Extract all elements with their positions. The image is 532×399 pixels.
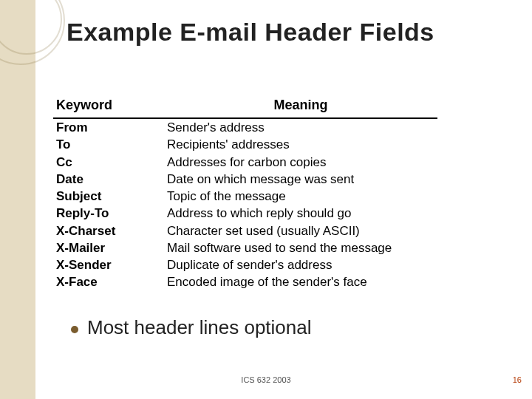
cell-keyword: X-Sender [53, 256, 164, 273]
cell-meaning: Address to which reply should go [164, 205, 437, 222]
table-row: ToRecipients' addresses [53, 136, 437, 153]
cell-keyword: To [53, 136, 164, 153]
cell-meaning: Encoded image of the sender's face [164, 273, 437, 290]
slide-title: Example E-mail Header Fields [66, 18, 434, 47]
header-fields-table: Keyword Meaning FromSender's addressToRe… [53, 96, 437, 291]
cell-meaning: Duplicate of sender's address [164, 256, 437, 273]
table-row: X-FaceEncoded image of the sender's face [53, 273, 437, 290]
cell-meaning: Mail software used to send the message [164, 239, 437, 256]
page-number: 16 [513, 375, 522, 384]
cell-keyword: Subject [53, 188, 164, 205]
table-row: X-MailerMail software used to send the m… [53, 239, 437, 256]
slide: Example E-mail Header Fields Keyword Mea… [0, 0, 532, 399]
cell-meaning: Character set used (usually ASCII) [164, 222, 437, 239]
cell-keyword: From [53, 118, 164, 136]
cell-meaning: Recipients' addresses [164, 136, 437, 153]
cell-meaning: Addresses for carbon copies [164, 154, 437, 171]
cell-meaning: Topic of the message [164, 188, 437, 205]
table-row: Reply-ToAddress to which reply should go [53, 205, 437, 222]
bullet-icon [71, 326, 78, 333]
bullet-item: Most header lines optional [71, 316, 312, 339]
cell-keyword: X-Face [53, 273, 164, 290]
col-header-keyword: Keyword [53, 96, 164, 118]
cell-keyword: Cc [53, 154, 164, 171]
cell-keyword: X-Charset [53, 222, 164, 239]
footer-text: ICS 632 2003 [0, 375, 532, 384]
cell-keyword: Date [53, 171, 164, 188]
col-header-meaning: Meaning [164, 96, 437, 118]
cell-keyword: Reply-To [53, 205, 164, 222]
table-row: SubjectTopic of the message [53, 188, 437, 205]
table-header-row: Keyword Meaning [53, 96, 437, 118]
table-row: X-CharsetCharacter set used (usually ASC… [53, 222, 437, 239]
cell-keyword: X-Mailer [53, 239, 164, 256]
cell-meaning: Date on which message was sent [164, 171, 437, 188]
table-row: X-SenderDuplicate of sender's address [53, 256, 437, 273]
cell-meaning: Sender's address [164, 118, 437, 136]
table-row: CcAddresses for carbon copies [53, 154, 437, 171]
bullet-text: Most header lines optional [87, 316, 312, 339]
table-row: DateDate on which message was sent [53, 171, 437, 188]
table-row: FromSender's address [53, 118, 437, 136]
